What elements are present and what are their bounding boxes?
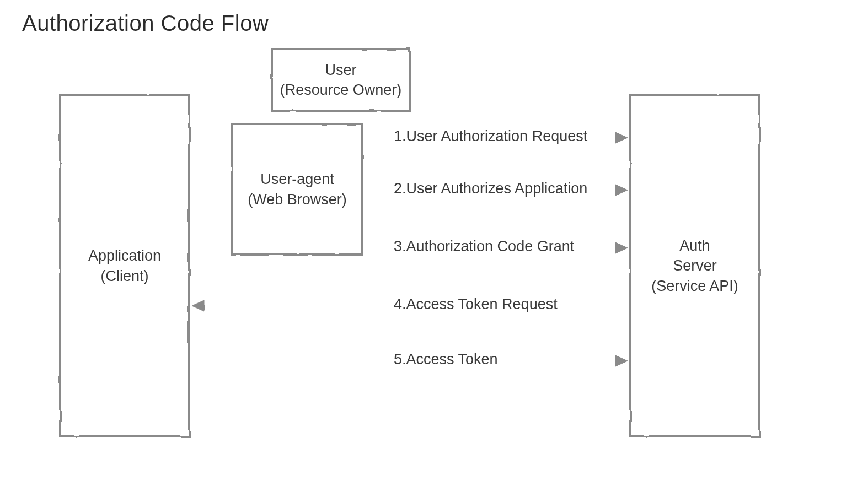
svg-marker-12 xyxy=(192,300,204,311)
box-authserver-label-line2: Server xyxy=(651,256,738,275)
box-useragent-label-line1: User-agent xyxy=(248,169,347,189)
box-user-label-line1: User xyxy=(280,60,402,80)
flow-label-2: 2.User Authorizes Application xyxy=(386,180,595,197)
box-authserver-label-line1: Auth xyxy=(651,236,738,256)
svg-marker-10 xyxy=(615,242,628,253)
diagram-title: Authorization Code Flow xyxy=(22,11,269,36)
box-user: User (Resource Owner) xyxy=(270,47,411,112)
diagram-canvas: Authorization Code Flow Application (Cli… xyxy=(0,0,868,497)
box-application: Application (Client) xyxy=(58,94,191,438)
box-user-label-line2: (Resource Owner) xyxy=(280,80,402,100)
flow-label-3: 3.Authorization Code Grant xyxy=(386,238,582,255)
flow-label-4: 4.Access Token Request xyxy=(386,296,565,313)
svg-marker-14 xyxy=(615,355,628,366)
box-application-label-line2: (Client) xyxy=(88,266,161,286)
svg-marker-6 xyxy=(615,132,628,143)
box-authserver: Auth Server (Service API) xyxy=(629,94,761,438)
box-application-label-line1: Application xyxy=(88,246,161,266)
flow-label-1: 1.User Authorization Request xyxy=(386,128,595,145)
box-useragent-label-line2: (Web Browser) xyxy=(248,190,347,209)
box-authserver-label-line3: (Service API) xyxy=(651,276,738,296)
svg-marker-8 xyxy=(615,185,628,196)
flow-label-5: 5.Access Token xyxy=(386,351,506,368)
